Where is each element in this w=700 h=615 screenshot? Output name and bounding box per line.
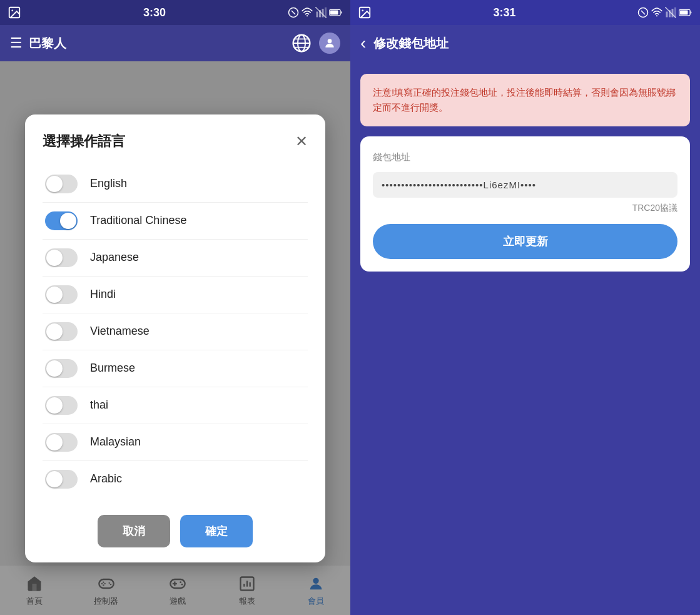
- avatar-icon[interactable]: [319, 33, 340, 54]
- toggle-japanese[interactable]: [45, 248, 78, 267]
- status-right-icons-left: [288, 7, 343, 18]
- signal-icon-left: [315, 7, 327, 18]
- status-time-left: 3:30: [143, 6, 166, 19]
- language-item-traditional-chinese[interactable]: Traditional Chinese: [43, 203, 308, 240]
- status-right-left-icons: [358, 6, 372, 19]
- language-item-malaysian[interactable]: Malaysian: [43, 424, 308, 461]
- warning-box: 注意!填寫正確的投注錢包地址，投注後能即時結算，否則會因為無賬號綁定而不進行開獎…: [360, 74, 690, 126]
- dialog-overlay: 選擇操作語言 ✕ EnglishTraditional ChineseJapan…: [0, 61, 350, 615]
- language-label-burmese: Burmese: [90, 362, 135, 375]
- toggle-arabic[interactable]: [45, 470, 78, 489]
- language-item-arabic[interactable]: Arabic: [43, 461, 308, 497]
- toggle-vietnamese[interactable]: [45, 322, 78, 341]
- battery-icon-left: [329, 8, 343, 17]
- language-item-english[interactable]: English: [43, 166, 308, 203]
- page-title: 修改錢包地址: [373, 35, 449, 52]
- confirm-button[interactable]: 確定: [180, 515, 253, 547]
- gallery-icon-right: [358, 6, 372, 19]
- svg-rect-5: [317, 12, 318, 18]
- toggle-thai[interactable]: [45, 396, 78, 415]
- cancel-button[interactable]: 取消: [98, 515, 170, 547]
- hamburger-icon[interactable]: ☰: [10, 35, 23, 51]
- language-label-vietnamese: Vietnamese: [90, 325, 150, 338]
- svg-point-37: [362, 9, 363, 11]
- svg-point-1: [11, 9, 13, 11]
- wallet-address[interactable]: ••••••••••••••••••••••••••Li6ezMI••••: [373, 172, 677, 198]
- language-label-traditional-chinese: Traditional Chinese: [90, 214, 186, 227]
- language-item-japanese[interactable]: Japanese: [43, 240, 308, 277]
- language-item-vietnamese[interactable]: Vietnamese: [43, 313, 308, 350]
- svg-point-17: [328, 39, 332, 43]
- app-header-right: ‹ 修改錢包地址: [350, 25, 700, 61]
- svg-rect-11: [330, 10, 338, 14]
- svg-rect-47: [680, 10, 688, 14]
- language-label-hindi: Hindi: [90, 288, 116, 301]
- language-dialog: 選擇操作語言 ✕ EnglishTraditional ChineseJapan…: [25, 114, 325, 562]
- svg-line-3: [292, 11, 295, 14]
- status-bar-right: 3:31: [350, 0, 700, 25]
- toggle-traditional-chinese[interactable]: [45, 211, 78, 230]
- right-panel: 3:31 ‹ 修改錢包地址 注意!填寫正確的投注錢包地址，投注後能即時結算，否則…: [350, 0, 700, 615]
- back-button[interactable]: ‹: [360, 33, 366, 53]
- dialog-buttons: 取消 確定: [43, 515, 308, 547]
- wallet-card: 錢包地址 ••••••••••••••••••••••••••Li6ezMI••…: [360, 136, 690, 272]
- svg-rect-44: [674, 8, 676, 18]
- svg-rect-7: [322, 9, 324, 18]
- toggle-malaysian[interactable]: [45, 433, 78, 452]
- app-header-left: ☰ 巴黎人: [0, 25, 350, 61]
- wifi-icon-right: [651, 7, 662, 18]
- language-label-japanese: Japanese: [90, 251, 139, 264]
- language-item-burmese[interactable]: Burmese: [43, 350, 308, 387]
- svg-line-39: [641, 11, 645, 14]
- mute-icon-right: [637, 7, 649, 18]
- language-label-english: English: [90, 177, 127, 190]
- status-bar-left: 3:30: [0, 0, 350, 25]
- wifi-icon-left: [302, 7, 313, 18]
- wallet-label: 錢包地址: [373, 151, 677, 163]
- svg-rect-41: [666, 12, 668, 18]
- right-content: 注意!填寫正確的投注錢包地址，投注後能即時結算，否則會因為無賬號綁定而不進行開獎…: [350, 61, 700, 615]
- language-list: EnglishTraditional ChineseJapaneseHindiV…: [43, 166, 308, 497]
- battery-icon-right: [679, 8, 692, 17]
- app-title: 巴黎人: [29, 35, 66, 52]
- language-item-thai[interactable]: thai: [43, 387, 308, 424]
- header-right-group: [292, 33, 340, 54]
- svg-rect-8: [325, 8, 327, 18]
- gallery-icon: [8, 6, 21, 19]
- language-label-malaysian: Malaysian: [90, 435, 141, 449]
- status-left-icons: [8, 6, 21, 19]
- language-item-hindi[interactable]: Hindi: [43, 277, 308, 313]
- language-label-thai: thai: [90, 399, 108, 412]
- svg-point-4: [307, 15, 308, 16]
- signal-icon-right: [665, 7, 676, 18]
- warning-text: 注意!填寫正確的投注錢包地址，投注後能即時結算，否則會因為無賬號綁定而不進行開獎…: [373, 87, 676, 113]
- left-panel: 3:30 ☰ 巴黎人: [0, 0, 350, 615]
- dialog-header: 選擇操作語言 ✕: [43, 132, 308, 151]
- toggle-hindi[interactable]: [45, 285, 78, 304]
- update-button[interactable]: 立即更新: [373, 224, 677, 259]
- globe-icon[interactable]: [292, 33, 312, 53]
- user-icon: [323, 37, 336, 49]
- left-main-content: 選擇操作語言 ✕ EnglishTraditional ChineseJapan…: [0, 61, 350, 615]
- toggle-english[interactable]: [45, 175, 78, 193]
- status-right-right-icons: [637, 7, 692, 18]
- svg-point-40: [656, 15, 657, 16]
- dialog-title: 選擇操作語言: [43, 132, 125, 151]
- header-left-group: ☰ 巴黎人: [10, 35, 66, 52]
- language-label-arabic: Arabic: [90, 472, 122, 485]
- close-button[interactable]: ✕: [295, 134, 308, 149]
- toggle-burmese[interactable]: [45, 359, 78, 378]
- wallet-protocol: TRC20協議: [373, 203, 677, 214]
- svg-rect-43: [672, 9, 674, 18]
- mute-icon: [288, 7, 299, 18]
- status-time-right: 3:31: [493, 6, 515, 19]
